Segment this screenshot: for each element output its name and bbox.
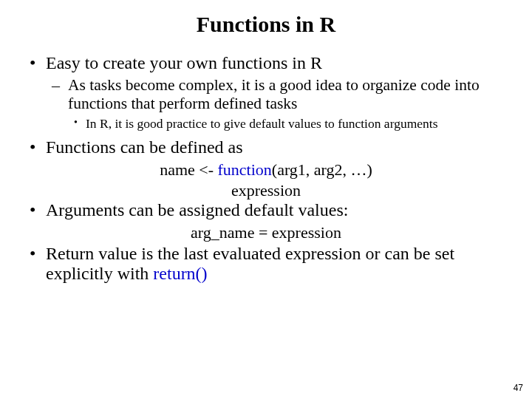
code-line-3: arg_name = expression	[27, 223, 505, 242]
bullet-1-sub-1-sub-1: In R, it is good practice to give defaul…	[69, 116, 505, 132]
slide: Functions in R Easy to create your own f…	[0, 0, 532, 399]
code-keyword-function: function	[218, 160, 272, 179]
slide-title: Functions in R	[27, 12, 505, 37]
bullet-4-text: Return value is the last evaluated expre…	[46, 244, 454, 283]
bullet-1-sub-1: As tasks become complex, it is a good id…	[47, 76, 505, 113]
code-line-2: expression	[27, 181, 505, 200]
code-plain: (arg1, arg2, …)	[272, 160, 372, 179]
bullet-4: Return value is the last evaluated expre…	[27, 244, 505, 284]
page-number: 47	[514, 383, 523, 393]
code-plain: name <-	[160, 160, 217, 179]
bullet-1: Easy to create your own functions in R	[27, 53, 505, 73]
bullet-2: Functions can be defined as	[27, 137, 505, 157]
code-line-1: name <- function(arg1, arg2, …)	[27, 160, 505, 180]
code-keyword-return: return()	[153, 264, 207, 283]
bullet-3: Arguments can be assigned default values…	[27, 200, 505, 220]
bullet-list: Easy to create your own functions in R A…	[27, 53, 505, 284]
